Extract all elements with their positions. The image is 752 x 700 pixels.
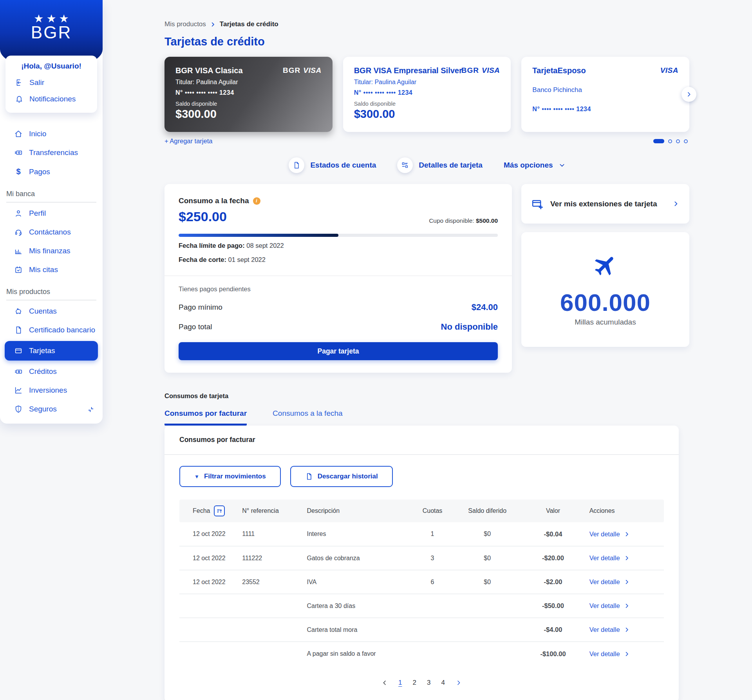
carousel-footer: + Agregar tarjeta bbox=[164, 137, 689, 145]
sidebar-item-mis-finanzas[interactable]: Mis finanzas bbox=[0, 242, 103, 260]
transfer-icon bbox=[14, 148, 23, 157]
sidebar-item-label: Transferencias bbox=[29, 148, 78, 157]
minimum-payment-label: Pago mínimo bbox=[179, 303, 222, 312]
available-credit: Cupo disponible: $500.00 bbox=[429, 217, 498, 224]
credit-card-tarjeta-esposo[interactable]: TarjetaEsposo VISA Banco Pichincha N° ••… bbox=[521, 57, 689, 132]
minimum-payment-row: Pago mínimo $24.00 bbox=[179, 302, 498, 312]
page-title: Tarjetas de crédito bbox=[164, 35, 689, 48]
estados-de-cuenta-button[interactable]: Estados de cuenta bbox=[284, 157, 381, 173]
cell-fecha bbox=[179, 642, 238, 666]
card-bank: Banco Pichincha bbox=[532, 86, 678, 94]
card-holder: Titular: Paulina Aguilar bbox=[175, 79, 322, 86]
cell-saldo bbox=[454, 618, 521, 642]
notifications-label: Notificaciones bbox=[29, 95, 76, 103]
sidebar-section-mis-productos: Mis productos bbox=[6, 285, 96, 300]
sidebar-item-creditos[interactable]: Créditos bbox=[0, 362, 103, 381]
cell-fecha: 12 oct 2022 bbox=[179, 522, 238, 546]
pagination-page-2[interactable]: 2 bbox=[413, 679, 416, 687]
sidebar: ★★★ BGR ¡Hola, @Usuario! Salir Notificac… bbox=[0, 0, 103, 424]
tab-consumos-a-la-fecha[interactable]: Consumos a la fecha bbox=[273, 409, 343, 426]
dollar-icon: $ bbox=[14, 167, 23, 176]
sidebar-item-cuentas[interactable]: Cuentas bbox=[0, 302, 103, 321]
sidebar-item-tarjetas[interactable]: Tarjetas bbox=[5, 341, 98, 361]
pagination-page-1[interactable]: 1 bbox=[398, 679, 402, 687]
available-credit-value: $500.00 bbox=[476, 217, 498, 224]
cell-valor: -$50.00 bbox=[521, 594, 585, 618]
chevron-right-icon bbox=[624, 531, 630, 537]
bgr-logo: BGR bbox=[31, 23, 72, 42]
card-number: N° •••• •••• •••• 1234 bbox=[532, 106, 678, 113]
table-row: 12 oct 2022 23552 IVA 6 $0 -$2.00 Ver de… bbox=[179, 570, 664, 594]
header-descripcion: Descripción bbox=[303, 500, 411, 522]
table-row: Cartera a 30 días -$50.00 Ver detalle bbox=[179, 594, 664, 618]
notifications-button[interactable]: Notificaciones bbox=[13, 91, 90, 107]
card-extensions-link[interactable]: Ver mis extensiones de tarjeta bbox=[521, 184, 689, 224]
carousel-dot-active[interactable] bbox=[653, 139, 664, 143]
sidebar-item-certificado[interactable]: Certificado bancario bbox=[0, 321, 103, 339]
collapse-icon bbox=[87, 406, 95, 413]
ver-detalle-link[interactable]: Ver detalle bbox=[589, 626, 660, 633]
pagination-page-3[interactable]: 3 bbox=[427, 679, 430, 687]
consumption-title: Consumo a la fecha bbox=[179, 197, 249, 205]
movements-table: Fecha N° referencia Descripción Cuotas S… bbox=[179, 500, 664, 666]
cell-fecha: 12 oct 2022 bbox=[179, 546, 238, 570]
detalles-de-tarjeta-button[interactable]: Detalles de tarjeta bbox=[392, 157, 487, 173]
logout-button[interactable]: Salir bbox=[13, 74, 90, 91]
chevron-down-icon: ▼ bbox=[194, 474, 199, 480]
sort-date-button[interactable] bbox=[214, 505, 225, 516]
cell-saldo: $0 bbox=[454, 546, 521, 570]
pagination-next-button[interactable] bbox=[456, 680, 462, 686]
sidebar-item-mis-citas[interactable]: Mis citas bbox=[0, 260, 103, 279]
credit-card-bgr-visa-empresarial[interactable]: BGR VISA Empresarial Silver BGR VISA Tit… bbox=[343, 57, 511, 132]
card-number: N° •••• •••• •••• 1234 bbox=[175, 89, 322, 96]
carousel-dot[interactable] bbox=[684, 139, 688, 143]
logout-label: Salir bbox=[29, 78, 44, 87]
sidebar-item-pagos[interactable]: $ Pagos bbox=[0, 162, 103, 181]
main-content: Mis productos Tarjetas de crédito Tarjet… bbox=[164, 0, 689, 700]
cutoff-date-label: Fecha de corte: bbox=[179, 256, 226, 263]
sidebar-collapse-button[interactable] bbox=[87, 406, 95, 415]
total-payment-label: Pago total bbox=[179, 323, 212, 331]
consumos-table-panel: Consumos por facturar ▼ Filtrar movimien… bbox=[164, 426, 679, 700]
ver-detalle-link[interactable]: Ver detalle bbox=[589, 578, 660, 586]
filter-movements-button[interactable]: ▼ Filtrar movimientos bbox=[179, 466, 281, 487]
sidebar-item-transferencias[interactable]: Transferencias bbox=[0, 143, 103, 162]
sidebar-item-inversiones[interactable]: Inversiones bbox=[0, 381, 103, 400]
ver-detalle-label: Ver detalle bbox=[589, 578, 620, 586]
ver-detalle-link[interactable]: Ver detalle bbox=[589, 530, 660, 538]
info-icon[interactable]: i bbox=[253, 197, 260, 205]
credit-card-bgr-visa-clasica[interactable]: BGR VISA Clasica BGR VISA Titular: Pauli… bbox=[164, 57, 333, 132]
carousel-next-button[interactable] bbox=[682, 87, 696, 102]
table-row: 12 oct 2022 1111 Interes 1 $0 -$0.04 Ver… bbox=[179, 522, 664, 546]
pagination-prev-button[interactable] bbox=[381, 680, 388, 686]
carousel-dot[interactable] bbox=[668, 139, 672, 143]
table-header-row: Fecha N° referencia Descripción Cuotas S… bbox=[179, 500, 664, 522]
cell-cuotas: 6 bbox=[411, 570, 454, 594]
card-plus-icon bbox=[531, 198, 543, 210]
calendar-check-icon bbox=[14, 265, 23, 274]
tab-consumos-por-facturar[interactable]: Consumos por facturar bbox=[164, 409, 247, 426]
download-history-button[interactable]: Descargar historial bbox=[290, 466, 393, 487]
carousel-dot[interactable] bbox=[676, 139, 680, 143]
chevron-right-icon bbox=[672, 200, 679, 207]
ver-detalle-link[interactable]: Ver detalle bbox=[589, 602, 660, 610]
pay-card-button[interactable]: Pagar tarjeta bbox=[179, 342, 498, 360]
sidebar-item-perfil[interactable]: Perfil bbox=[0, 204, 103, 223]
pagination-page-4[interactable]: 4 bbox=[441, 679, 445, 687]
pagination: 1 2 3 4 bbox=[164, 666, 679, 700]
credit-card-icon bbox=[14, 346, 23, 355]
card-holder: Titular: Paulina Aguilar bbox=[354, 79, 500, 86]
piggy-bank-icon bbox=[14, 307, 23, 316]
breadcrumb-parent[interactable]: Mis productos bbox=[164, 20, 206, 28]
sidebar-item-inicio[interactable]: Inicio bbox=[0, 124, 103, 143]
cell-referencia: 111222 bbox=[238, 546, 303, 570]
add-card-link[interactable]: + Agregar tarjeta bbox=[164, 137, 212, 145]
cell-cuotas: 3 bbox=[411, 546, 454, 570]
mas-opciones-button[interactable]: Más opciones bbox=[499, 161, 570, 170]
ver-detalle-link[interactable]: Ver detalle bbox=[589, 554, 660, 562]
due-date-line: Fecha límite de pago: 08 sept 2022 bbox=[179, 241, 498, 251]
cell-cuotas bbox=[411, 618, 454, 642]
ver-detalle-link[interactable]: Ver detalle bbox=[589, 650, 660, 658]
chevron-right-icon bbox=[624, 651, 630, 657]
sidebar-item-contactanos[interactable]: Contáctanos bbox=[0, 223, 103, 242]
